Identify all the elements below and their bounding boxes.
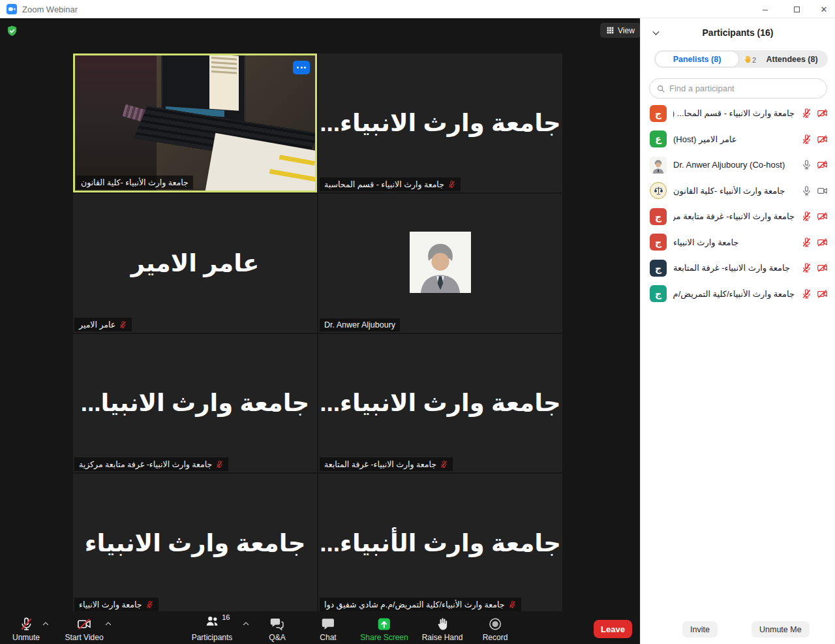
zoom-app-icon xyxy=(7,4,17,14)
unmute-label: Unmute xyxy=(12,633,40,642)
mic-on-icon xyxy=(801,159,812,170)
tile-more-options-button[interactable] xyxy=(293,61,310,74)
security-shield-icon[interactable] xyxy=(6,25,18,37)
raised-hands-indicator: 2 xyxy=(743,55,756,64)
maximize-button[interactable] xyxy=(787,0,806,18)
video-tile-dr-anwer[interactable]: Dr. Anwer Aljuboury xyxy=(318,194,562,333)
participants-label: Participants xyxy=(192,633,233,642)
tile-display-name: جامعة وارث الانبياء... xyxy=(318,334,562,473)
avatar: ج xyxy=(650,234,667,251)
avatar: ج xyxy=(650,285,667,302)
tab-attendees[interactable]: Attendees (8) xyxy=(756,55,828,64)
tab-panelists[interactable]: Panelists (8) xyxy=(656,52,738,67)
profile-photo xyxy=(410,232,471,293)
share-screen-button[interactable]: Share Screen xyxy=(360,617,408,642)
video-tile-central-followup-room[interactable]: جامعة وارث الانبيا... جامعة وارث الانبيا… xyxy=(73,334,317,473)
participants-options-chevron[interactable] xyxy=(242,620,250,628)
participant-name: جامعة وارث الأنبياء/كلية التمريض/م.م... xyxy=(673,289,795,299)
participant-list: ج جامعة وارث الانبياء - قسم المحا... (Me… xyxy=(641,100,835,307)
invite-button[interactable]: Invite xyxy=(682,621,718,637)
record-label: Record xyxy=(483,633,508,642)
share-screen-icon xyxy=(376,617,391,632)
muted-mic-icon xyxy=(801,108,812,119)
muted-mic-icon xyxy=(440,460,448,468)
qa-button[interactable]: Q&A xyxy=(269,617,285,642)
video-off-icon xyxy=(817,288,828,299)
participant-name-label: جامعة وارث الأنبياء -كلية القانون xyxy=(76,176,193,189)
avatar-logo-scales-icon xyxy=(650,182,667,199)
raised-hand-icon xyxy=(743,55,752,64)
tile-display-name: جامعة وارث الانبياء xyxy=(73,474,317,613)
muted-mic-icon xyxy=(448,180,456,189)
avatar: ج xyxy=(650,260,667,277)
live-video-feed xyxy=(75,55,315,191)
participant-name-label: Dr. Anwer Aljuboury xyxy=(320,318,400,331)
participant-name: جامعة وارث الانبياء xyxy=(673,238,795,247)
video-off-icon xyxy=(817,237,828,248)
video-tile-accounting-dept[interactable]: جامعة وارث الانبياء... جامعة وارث الانبي… xyxy=(318,54,562,192)
participant-search xyxy=(649,78,827,99)
participant-name-label: جامعة وارث الانبياء- غرفة المتابعة xyxy=(320,457,453,471)
video-tile-law-college[interactable]: جامعة وارث الأنبياء -كلية القانون xyxy=(73,54,317,192)
participant-name: جامعة وارث الانبياء xyxy=(79,600,142,609)
video-tile-university[interactable]: جامعة وارث الانبياء جامعة وارث الانبياء xyxy=(73,474,317,613)
avatar-photo xyxy=(650,157,667,174)
participant-row[interactable]: جامعة وارث الأنبياء -كلية القانون xyxy=(641,178,835,204)
chat-button[interactable]: Chat xyxy=(320,617,336,642)
video-tile-followup-room[interactable]: جامعة وارث الانبياء... جامعة وارث الانبي… xyxy=(318,334,562,473)
view-button[interactable]: View xyxy=(600,23,641,38)
unmute-button[interactable]: Unmute xyxy=(12,617,40,642)
video-options-chevron[interactable] xyxy=(104,620,112,628)
close-button[interactable]: ✕ xyxy=(814,0,834,18)
minimize-button[interactable]: – xyxy=(755,0,775,18)
video-tile-nursing-college[interactable]: جامعة وارث الأنبياء... جامعة وارث الأنبي… xyxy=(318,474,562,613)
title-bar: Zoom Webinar – ✕ xyxy=(0,0,835,18)
participant-row[interactable]: Dr. Anwer Aljuboury (Co-host) xyxy=(641,152,835,178)
search-icon xyxy=(656,84,665,93)
tile-display-name: جامعة وارث الانبيا... xyxy=(73,334,317,473)
mic-on-icon xyxy=(801,185,812,196)
participant-row[interactable]: ج جامعة وارث الأنبياء/كلية التمريض/م.م..… xyxy=(641,281,835,307)
participant-name-label: جامعة وارث الانبياء - قسم المحاسبة xyxy=(320,177,461,191)
participants-button[interactable]: 16 Participants xyxy=(192,614,233,642)
raise-hand-button[interactable]: Raise Hand xyxy=(422,617,463,642)
record-button[interactable]: Record xyxy=(483,617,508,642)
view-button-label: View xyxy=(618,26,635,35)
meeting-toolbar: Unmute Start Video 16 Participants Q&A xyxy=(0,611,640,644)
participant-row[interactable]: ج جامعة وارث الانبياء xyxy=(641,230,835,256)
participant-name: جامعة وارث الأنبياء -كلية القانون xyxy=(81,177,189,187)
tile-display-name: عامر الامير xyxy=(73,194,317,333)
muted-mic-icon xyxy=(801,288,812,299)
leave-button[interactable]: Leave xyxy=(594,620,632,638)
participant-name: جامعة وارث الأنبياء/كلية التمريض/م.م شاد… xyxy=(324,600,505,609)
participant-row[interactable]: ج جامعة وارث الانبياء- غرفة المتابعة xyxy=(641,255,835,281)
participant-name: جامعة وارث الانبياء - قسم المحا... (Me) xyxy=(673,108,795,118)
participant-name: جامعة وارث الأنبياء -كلية القانون xyxy=(673,186,795,196)
share-screen-label: Share Screen xyxy=(360,633,408,642)
video-off-icon xyxy=(77,617,92,632)
unmute-me-button[interactable]: Unmute Me xyxy=(752,621,810,637)
video-on-icon xyxy=(817,185,828,196)
video-tile-amer-alamir[interactable]: عامر الامير عامر الامير xyxy=(73,194,317,333)
muted-mic-icon xyxy=(119,320,127,329)
raise-hand-icon xyxy=(434,617,449,632)
participant-name: جامعة وارث الانبياء- غرفة متابعة مركزية xyxy=(79,459,212,469)
meeting-area: View جامعة وارث الأنبياء -كلية القانون xyxy=(0,18,640,644)
participant-name: عامر الامير (Host) xyxy=(673,134,795,144)
muted-mic-icon xyxy=(801,262,812,273)
chat-label: Chat xyxy=(320,633,336,642)
participant-name: جامعة وارث الانبياء- غرفة المتابعة xyxy=(673,263,795,273)
participant-row[interactable]: ج جامعة وارث الانبياء- غرفة متابعة مرك..… xyxy=(641,204,835,230)
muted-mic-icon xyxy=(145,600,154,609)
panel-tabs: Panelists (8) 2 Attendees (8) xyxy=(654,50,828,68)
participant-row[interactable]: ج جامعة وارث الانبياء - قسم المحا... (Me… xyxy=(641,100,835,127)
participants-icon xyxy=(204,614,219,629)
raise-hand-label: Raise Hand xyxy=(422,633,463,642)
participants-count-badge: 16 xyxy=(222,613,230,621)
start-video-button[interactable]: Start Video xyxy=(65,617,103,642)
participant-row[interactable]: ع عامر الامير (Host) xyxy=(641,127,835,153)
participant-name-label: جامعة وارث الانبياء- غرفة متابعة مركزية xyxy=(74,457,228,471)
audio-options-chevron[interactable] xyxy=(42,620,50,628)
search-input[interactable] xyxy=(669,84,820,93)
window-title: Zoom Webinar xyxy=(22,5,78,14)
